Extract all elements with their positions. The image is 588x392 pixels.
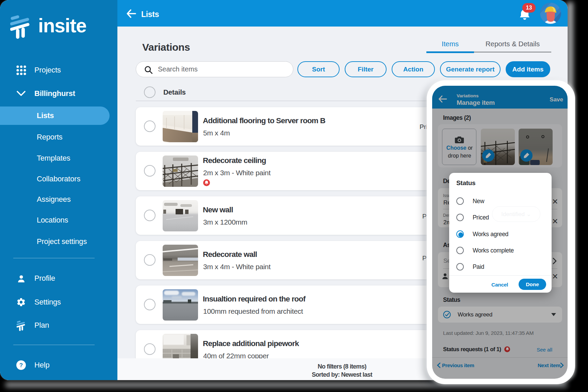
svg-text:?: ? xyxy=(19,362,23,369)
